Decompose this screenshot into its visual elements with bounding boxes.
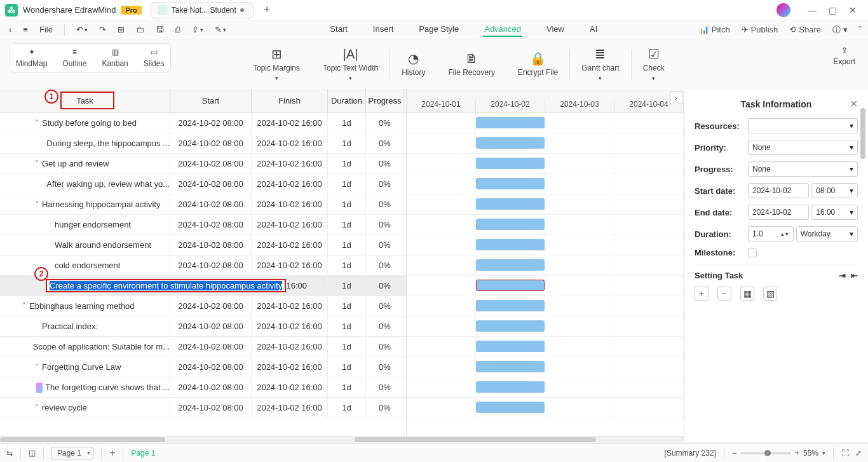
gantt-row[interactable]: [407, 337, 684, 357]
grid-rows[interactable]: ˅Study before going to bed 2024-10-02 08…: [0, 113, 406, 442]
gantt-row[interactable]: [407, 174, 684, 194]
startdate-date[interactable]: 2024-10-02: [748, 183, 809, 198]
gantt-row[interactable]: [407, 154, 684, 174]
gantt-bar[interactable]: [476, 259, 545, 271]
col-progress[interactable]: Progress: [366, 89, 404, 112]
print-button[interactable]: ⎙: [173, 24, 183, 36]
export-quick-button[interactable]: ⇪ ▾: [189, 24, 206, 36]
gantt-row[interactable]: [407, 377, 684, 398]
fullscreen-button[interactable]: ⤢: [855, 449, 862, 458]
table-row[interactable]: During sleep, the hippocampus ... 2024-1…: [0, 133, 406, 154]
view-kanban[interactable]: ▥Kanban: [102, 48, 128, 68]
publish-button[interactable]: ✈ Publish: [742, 25, 778, 34]
expand-icon[interactable]: ˅: [32, 119, 42, 127]
gantt-bar[interactable]: [476, 219, 545, 230]
menu-ai[interactable]: AI: [588, 22, 599, 37]
maximize-button[interactable]: ▢: [822, 0, 843, 20]
panel-toggle-icon[interactable]: ◫: [29, 449, 36, 458]
help-button[interactable]: ⓘ ▾: [832, 24, 848, 36]
progress-select[interactable]: None▾: [748, 161, 858, 177]
menu-advanced[interactable]: Advanced: [483, 22, 522, 37]
add-task-button[interactable]: ＋: [695, 287, 709, 301]
gantt-bar[interactable]: [476, 178, 545, 189]
task-edit-input[interactable]: Create a specific environment to stimula…: [46, 279, 286, 292]
indent-button[interactable]: ⇥: [839, 271, 846, 280]
gantt-chart-button[interactable]: ≣Gantt chart▾: [570, 47, 630, 81]
history-button[interactable]: ◔History: [390, 51, 437, 77]
gantt-row[interactable]: [407, 296, 684, 316]
gantt-bar[interactable]: [476, 137, 545, 149]
user-avatar[interactable]: [776, 3, 790, 17]
table-row[interactable]: ˅Get up and review 2024-10-02 08:00 2024…: [0, 154, 406, 174]
table-row[interactable]: 2Create a specific environment to stimul…: [0, 276, 406, 296]
menu-insert[interactable]: Insert: [372, 22, 395, 37]
zoom-control[interactable]: − + 55%▾: [732, 449, 825, 458]
table-row[interactable]: ˅Harnessing hippocampal activity 2024-10…: [0, 194, 406, 215]
menu-start[interactable]: Start: [329, 22, 348, 37]
scrollbar-thumb[interactable]: [355, 437, 596, 442]
topic-text-width-button[interactable]: |A|Topic Text Width▾: [311, 47, 390, 81]
collapse-ribbon-button[interactable]: ˇ: [859, 25, 862, 34]
table-row[interactable]: cold endorsement 2024-10-02 08:00 2024-1…: [0, 255, 406, 276]
expand-icon[interactable]: ˅: [32, 404, 42, 412]
expand-icon[interactable]: ˅: [32, 363, 42, 371]
gantt-row[interactable]: [407, 215, 684, 235]
table-row[interactable]: Practical index: 2024-10-02 08:00 2024-1…: [0, 316, 406, 337]
open-button[interactable]: 🗀: [133, 24, 147, 36]
table-row[interactable]: hunger endorsement 2024-10-02 08:00 2024…: [0, 215, 406, 235]
outdent-button[interactable]: ⇤: [851, 271, 858, 280]
zoom-out-button[interactable]: −: [732, 449, 736, 458]
priority-select[interactable]: None▾: [748, 140, 858, 155]
add-page-button[interactable]: +: [109, 447, 115, 459]
zoom-in-button[interactable]: +: [795, 449, 799, 458]
table-row[interactable]: ˅review cycle 2024-10-02 08:00 2024-10-0…: [0, 398, 406, 418]
gantt-vertical-scrollbar[interactable]: [860, 108, 865, 159]
undo-button[interactable]: ↶ ▾: [74, 24, 90, 36]
redo-button[interactable]: ↷: [97, 24, 109, 36]
zoom-slider[interactable]: [740, 452, 791, 454]
card-view-icon[interactable]: ▧: [763, 287, 777, 301]
outline-toggle-icon[interactable]: ⇆: [6, 449, 13, 458]
enddate-date[interactable]: 2024-10-02: [748, 205, 809, 220]
gantt-bar[interactable]: [476, 198, 545, 210]
remove-task-button[interactable]: －: [717, 287, 731, 301]
gantt-bar[interactable]: [476, 239, 545, 250]
pitch-button[interactable]: 📊 Pitch: [699, 25, 730, 34]
duration-value[interactable]: 1.0▲▼: [748, 226, 794, 241]
page-tab-active[interactable]: Page 1: [131, 449, 155, 458]
table-row[interactable]: After waking up, review what yo... 2024-…: [0, 174, 406, 194]
menu-pagestyle[interactable]: Page Style: [417, 22, 460, 37]
back-button[interactable]: ‹: [6, 24, 14, 36]
gantt-row[interactable]: [407, 235, 684, 255]
col-start[interactable]: Start: [170, 89, 252, 112]
table-row[interactable]: ˅Forgetting Curve Law 2024-10-02 08:00 2…: [0, 357, 406, 377]
table-row[interactable]: ˅Ebbinghaus learning method 2024-10-02 0…: [0, 296, 406, 316]
table-row[interactable]: ˅Study before going to bed 2024-10-02 08…: [0, 113, 406, 133]
grid-view-icon[interactable]: ▦: [740, 287, 754, 301]
gantt-bar[interactable]: [476, 320, 545, 332]
new-tab-button[interactable]: +: [264, 3, 271, 17]
file-recovery-button[interactable]: 🗎File Recovery: [437, 51, 506, 77]
gantt-row[interactable]: [407, 255, 684, 276]
check-button[interactable]: ☑Check▾: [632, 47, 676, 81]
col-duration[interactable]: Duration: [328, 89, 366, 112]
gantt-bar[interactable]: [476, 361, 545, 372]
scrollbar-thumb[interactable]: [0, 437, 165, 442]
document-tab[interactable]: Take Not... Student: [151, 2, 254, 18]
milestone-checkbox[interactable]: [748, 248, 757, 257]
view-slides[interactable]: ▭Slides: [144, 48, 165, 68]
fit-screen-button[interactable]: ⛶: [841, 449, 849, 458]
gantt-bar[interactable]: [476, 381, 545, 393]
close-button[interactable]: ✕: [843, 0, 863, 20]
col-task[interactable]: Task 1: [0, 89, 170, 112]
gantt-row[interactable]: [407, 398, 684, 418]
encrypt-file-button[interactable]: 🔒Encrypt File: [506, 51, 569, 77]
table-row[interactable]: Scope of application: Suitable for m... …: [0, 337, 406, 357]
gantt-bar[interactable]: [476, 280, 545, 291]
gantt-bar[interactable]: [476, 341, 545, 352]
new-button[interactable]: ⊞: [115, 24, 127, 36]
topic-margins-button[interactable]: ⊞Topic Margins▾: [241, 47, 311, 81]
edit-button[interactable]: ✎ ▾: [212, 24, 229, 36]
menu-view[interactable]: View: [545, 22, 566, 37]
gantt-bar[interactable]: [476, 117, 545, 128]
